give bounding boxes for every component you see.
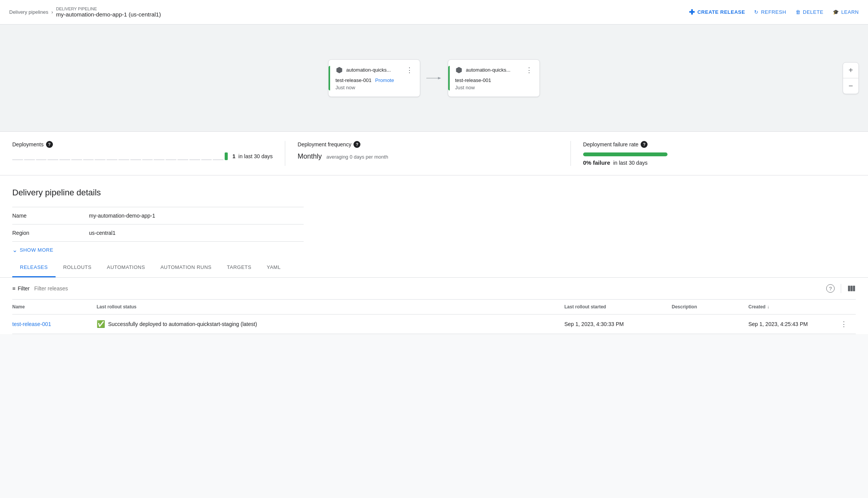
filter-divider	[841, 284, 841, 293]
releases-section: ≡ Filter ? Name Last rollout status	[0, 278, 868, 334]
delete-button[interactable]: 🗑 DELETE	[796, 9, 824, 15]
deployments-help-icon[interactable]: ?	[46, 141, 53, 148]
deployments-title: Deployments ?	[12, 141, 273, 148]
release-name-link[interactable]: test-release-001	[12, 321, 97, 327]
tab-targets[interactable]: TARGETS	[219, 258, 259, 277]
learn-button[interactable]: 🎓 LEARN	[833, 9, 859, 15]
deployments-value: 1 in last 30 days	[232, 153, 273, 159]
col-actions	[840, 304, 856, 310]
failure-title: Deployment failure rate ?	[583, 141, 843, 148]
node2-header: automation-quicks...	[455, 66, 510, 74]
details-row-name: Name my-automation-demo-app-1	[12, 207, 304, 224]
failure-bar-wrap	[583, 152, 843, 156]
failure-value: 0% failure in last 30 days	[583, 159, 843, 166]
tab-automations[interactable]: AUTOMATIONS	[99, 258, 153, 277]
col-created[interactable]: Created ↓	[748, 304, 840, 310]
create-release-button[interactable]: ✚ CREATE RELEASE	[689, 8, 745, 16]
filter-label: Filter	[18, 285, 30, 292]
breadcrumb: Delivery pipelines › DELIVERY PIPELINE m…	[9, 7, 161, 18]
columns-icon	[847, 284, 856, 293]
breadcrumb-chevron: ›	[51, 9, 53, 15]
details-row-region: Region us-central1	[12, 224, 304, 242]
row-menu-icon[interactable]: ⋮	[840, 320, 856, 328]
metrics-section: Deployments ? 1 in last 30 days	[0, 132, 868, 175]
details-title: Delivery pipeline details	[12, 188, 856, 198]
node1-time: Just now	[335, 85, 413, 90]
pipeline-name: my-automation-demo-app-1 (us-central1)	[56, 11, 161, 18]
table-row: test-release-001 ✅ Successfully deployed…	[12, 315, 856, 334]
rollout-status-cell: ✅ Successfully deployed to automation-qu…	[97, 320, 564, 328]
filter-bar-right: ?	[826, 284, 856, 293]
refresh-button[interactable]: ↻ REFRESH	[754, 9, 786, 15]
node2-icon	[455, 66, 463, 74]
create-release-label: CREATE RELEASE	[697, 9, 745, 15]
details-section: Delivery pipeline details Name my-automa…	[0, 175, 868, 258]
created-cell: Sep 1, 2023, 4:25:43 PM	[748, 321, 840, 327]
rollout-started-cell: Sep 1, 2023, 4:30:33 PM	[564, 321, 672, 327]
pipeline-canvas: automation-quicks... ⋮ test-release-001 …	[0, 25, 868, 132]
tab-automation-runs[interactable]: AUTOMATION RUNS	[153, 258, 219, 277]
node2-time: Just now	[455, 85, 533, 90]
frequency-title: Deployment frequency ?	[298, 141, 558, 148]
arrow-connector	[420, 75, 448, 81]
refresh-icon: ↻	[754, 9, 759, 15]
help-icon-button[interactable]: ?	[826, 284, 835, 293]
node1-icon	[335, 66, 343, 74]
zoom-controls: + −	[843, 62, 859, 94]
tab-releases[interactable]: RELEASES	[12, 258, 56, 277]
filter-input[interactable]	[34, 285, 822, 292]
sort-desc-icon: ↓	[767, 304, 769, 310]
node1-release: test-release-001 Promote	[335, 77, 413, 83]
delete-icon: 🗑	[796, 9, 801, 15]
zoom-out-button[interactable]: −	[843, 78, 858, 93]
pipeline-nodes: automation-quicks... ⋮ test-release-001 …	[328, 59, 540, 97]
node2-name: automation-quicks...	[466, 67, 510, 73]
tab-yaml[interactable]: YAML	[259, 258, 288, 277]
bar-dashes	[12, 152, 228, 160]
pipeline-node-2: automation-quicks... ⋮ test-release-001 …	[448, 59, 540, 97]
breadcrumb-current: DELIVERY PIPELINE my-automation-demo-app…	[56, 7, 161, 18]
frequency-help-icon[interactable]: ?	[353, 141, 360, 148]
zoom-in-button[interactable]: +	[843, 62, 858, 78]
tab-rollouts[interactable]: ROLLOUTS	[56, 258, 99, 277]
top-bar: Delivery pipelines › DELIVERY PIPELINE m…	[0, 0, 868, 25]
delete-label: DELETE	[803, 9, 824, 15]
tabs: RELEASES ROLLOUTS AUTOMATIONS AUTOMATION…	[12, 258, 856, 277]
col-rollout-started: Last rollout started	[564, 304, 672, 310]
refresh-label: REFRESH	[761, 9, 786, 15]
deployments-metric: Deployments ? 1 in last 30 days	[12, 141, 285, 166]
frequency-value: Monthly averaging 0 days per month	[298, 152, 558, 161]
show-more-button[interactable]: ⌄ SHOW MORE	[12, 242, 856, 258]
col-name: Name	[12, 304, 97, 310]
breadcrumb-parent-link[interactable]: Delivery pipelines	[9, 9, 48, 15]
filter-bar: ≡ Filter ?	[12, 278, 856, 300]
table-header: Name Last rollout status Last rollout st…	[12, 300, 856, 315]
top-actions: ✚ CREATE RELEASE ↻ REFRESH 🗑 DELETE 🎓 LE…	[689, 8, 859, 16]
name-label: Name	[12, 213, 89, 219]
failure-help-icon[interactable]: ?	[641, 141, 648, 148]
failure-bar	[583, 152, 667, 156]
node1-header: automation-quicks...	[335, 66, 391, 74]
columns-button[interactable]	[847, 284, 856, 293]
node1-name: automation-quicks...	[346, 67, 391, 73]
status-success-icon: ✅	[97, 320, 105, 328]
failure-metric: Deployment failure rate ? 0% failure in …	[583, 141, 856, 166]
details-table: Name my-automation-demo-app-1 Region us-…	[12, 207, 304, 242]
svg-marker-1	[438, 77, 441, 79]
learn-label: LEARN	[841, 9, 859, 15]
svg-rect-3	[850, 286, 853, 292]
promote-link[interactable]: Promote	[375, 77, 394, 83]
svg-rect-2	[848, 286, 850, 292]
col-description: Description	[672, 304, 748, 310]
filter-lines-icon: ≡	[12, 285, 15, 292]
deployments-bar: 1 in last 30 days	[12, 152, 273, 160]
plus-icon: ✚	[689, 8, 695, 16]
node2-menu-icon[interactable]: ⋮	[526, 66, 533, 74]
node1-menu-icon[interactable]: ⋮	[406, 66, 413, 74]
pipeline-section-label: DELIVERY PIPELINE	[56, 7, 161, 11]
name-value: my-automation-demo-app-1	[89, 213, 155, 219]
chevron-down-icon: ⌄	[12, 246, 18, 254]
filter-button[interactable]: ≡ Filter	[12, 285, 30, 292]
frequency-metric: Deployment frequency ? Monthly averaging…	[298, 141, 570, 166]
svg-rect-4	[853, 286, 855, 292]
